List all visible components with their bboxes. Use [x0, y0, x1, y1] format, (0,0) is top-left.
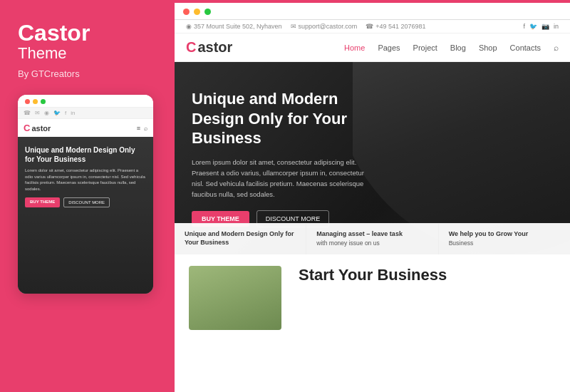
site-util-bar: ◉ 357 Mount Suite 502, Nyhaven ✉ support… — [175, 20, 570, 33]
mobile-logo: C astor — [24, 123, 51, 133]
mobile-nav: C astor ≡ ⌕ — [18, 119, 153, 137]
mobile-discount-button[interactable]: DISCOUNT MORE — [63, 197, 110, 207]
mobile-util-bar: ☎ ✉ ◉ 🐦 f in — [18, 107, 153, 119]
mobile-search-icon: ⌕ — [144, 125, 147, 132]
map-pin-icon: ◉ — [186, 23, 192, 30]
mobile-hero-content: Unique and Modern Design Only for Your B… — [18, 137, 153, 216]
hero-desc: Lorem ipsum dolor sit amet, consectetur … — [192, 157, 375, 200]
nav-pages[interactable]: Pages — [378, 43, 400, 52]
phone-icon: ☎ — [366, 23, 373, 30]
mobile-buy-button[interactable]: BUY THEME — [25, 197, 60, 207]
site-below-section: Start Your Business — [175, 254, 570, 341]
fb-icon[interactable]: f — [523, 23, 525, 30]
site-logo: C astor — [186, 39, 232, 56]
nav-shop[interactable]: Shop — [479, 43, 497, 52]
twitter-icon: 🐦 — [53, 110, 61, 116]
hero-info-label-2: Managing asset – leave task — [316, 229, 428, 239]
hamburger-icon: ≡ — [137, 125, 140, 132]
site-util-left: ◉ 357 Mount Suite 502, Nyhaven ✉ support… — [186, 23, 426, 30]
site-hero: Unique and Modern Design Only for Your B… — [175, 62, 570, 254]
browser-dot-red — [183, 9, 190, 15]
below-image — [189, 266, 281, 330]
browser-dot-yellow — [194, 9, 200, 15]
hero-info-1: Unique and Modern Design Only for Your B… — [175, 224, 306, 254]
nav-blog[interactable]: Blog — [450, 43, 466, 52]
logo-text: astor — [197, 39, 232, 56]
site-email: ✉ support@castor.com — [291, 23, 358, 30]
mobile-hero-buttons: BUY THEME DISCOUNT MORE — [25, 197, 146, 207]
hero-info-text-2: with money issue on us — [316, 239, 428, 248]
site-util-right: f 🐦 📷 in — [523, 23, 559, 30]
hero-info-label-1: Unique and Modern Design Only for Your B… — [185, 229, 296, 247]
nav-project[interactable]: Project — [413, 43, 437, 52]
logo-c: C — [186, 39, 196, 56]
hero-content: Unique and Modern Design Only for Your B… — [175, 75, 392, 241]
left-panel: Castor Theme By GTCreators ☎ ✉ ◉ 🐦 f in … — [0, 0, 175, 392]
nav-home[interactable]: Home — [344, 43, 365, 52]
mobile-logo-c: C — [24, 123, 30, 133]
mobile-logo-text: astor — [31, 124, 51, 133]
browser-content: ◉ 357 Mount Suite 502, Nyhaven ✉ support… — [175, 20, 570, 392]
brand-block: Castor Theme — [18, 21, 90, 63]
site-address: ◉ 357 Mount Suite 502, Nyhaven — [186, 23, 282, 30]
search-icon[interactable]: ⌕ — [554, 43, 559, 53]
nav-contacts[interactable]: Contacts — [510, 43, 541, 52]
hero-title: Unique and Modern Design Only for Your B… — [192, 89, 375, 148]
below-text: Start Your Business — [299, 266, 556, 284]
hero-info-2: Managing asset – leave task with money i… — [306, 224, 438, 254]
brand-sub: Theme — [18, 44, 90, 63]
site-nav-links: Home Pages Project Blog Shop Contacts ⌕ — [344, 43, 559, 53]
mobile-dot-green — [41, 99, 46, 104]
right-panel: ◉ 357 Mount Suite 502, Nyhaven ✉ support… — [175, 0, 570, 392]
mobile-dot-red — [25, 99, 30, 104]
facebook-icon: f — [65, 110, 66, 116]
phone-icon: ☎ — [24, 110, 31, 116]
mobile-mockup: ☎ ✉ ◉ 🐦 f in C astor ≡ ⌕ Unique and Mode… — [18, 95, 153, 294]
instagram-icon[interactable]: 📷 — [542, 23, 549, 30]
brand-creator: By GTCreators — [18, 68, 80, 79]
mobile-dot-yellow — [33, 99, 38, 104]
below-image-inner — [189, 266, 281, 330]
linkedin-icon: in — [71, 110, 75, 116]
mobile-nav-icons: ≡ ⌕ — [137, 125, 147, 132]
hero-info-3: We help you to Grow Your Business — [439, 224, 570, 254]
browser-chrome — [175, 3, 570, 20]
brand-name: Castor — [18, 21, 90, 44]
hero-info-label-3: We help you to Grow Your — [449, 229, 560, 239]
mobile-hero: Unique and Modern Design Only for Your B… — [18, 137, 153, 294]
hero-info-strip: Unique and Modern Design Only for Your B… — [175, 223, 570, 254]
mobile-hero-title: Unique and Modern Design Only for Your B… — [25, 145, 146, 164]
site-phone: ☎ +49 541 2076981 — [366, 23, 425, 30]
browser-dot-green — [204, 9, 211, 15]
mobile-hero-text: Lorem dolor sit amet, consectetur adipis… — [25, 167, 146, 192]
linkedin-icon[interactable]: in — [554, 23, 559, 30]
below-heading: Start Your Business — [299, 266, 556, 284]
email-icon: ✉ — [291, 23, 296, 30]
twitter-icon[interactable]: 🐦 — [529, 23, 537, 30]
site-nav: C astor Home Pages Project Blog Shop Con… — [175, 33, 570, 62]
mail-icon: ✉ — [35, 110, 40, 116]
map-icon: ◉ — [44, 110, 49, 116]
hero-info-text-3: Business — [449, 239, 560, 248]
mobile-top-bar — [18, 95, 153, 107]
